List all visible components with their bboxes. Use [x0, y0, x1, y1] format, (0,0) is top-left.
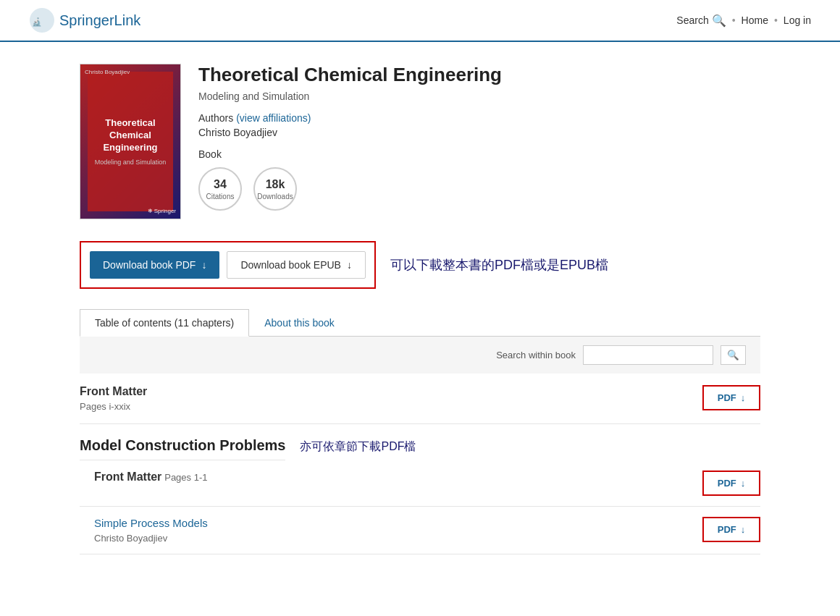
cover-subtitle: Modeling and Simulation [95, 159, 167, 166]
login-link[interactable]: Log in [784, 14, 811, 26]
front-matter-pdf-button[interactable]: PDF ↓ [702, 385, 760, 410]
download-epub-label: Download book EPUB [240, 259, 341, 271]
download-pdf-icon: ↓ [201, 259, 206, 271]
book-cover: Christo Boyadjiev TheoreticalChemicalEng… [80, 64, 181, 219]
sub-front-matter-pages: Pages 1-1 [164, 472, 207, 483]
main-content: Christo Boyadjiev TheoreticalChemicalEng… [65, 42, 775, 569]
chapter-group-header: Model Construction Problems 亦可依章節下載PDF檔 [80, 424, 760, 460]
header-nav: Search 🔍 • Home • Log in [676, 14, 811, 28]
simple-process-pdf-button[interactable]: PDF ↓ [702, 517, 760, 542]
search-within-button[interactable]: 🔍 [721, 345, 746, 365]
page-header: 🔬 SpringerLink Search 🔍 • Home • Log in [0, 0, 840, 42]
book-type: Book [198, 148, 760, 160]
logo[interactable]: 🔬 SpringerLink [29, 7, 140, 33]
search-within-bar: Search within book 🔍 [80, 337, 760, 374]
simple-process-pdf-label: PDF [718, 524, 736, 535]
sub-front-matter-pdf-button[interactable]: PDF ↓ [702, 471, 760, 496]
nav-separator: • [732, 14, 736, 26]
sub-front-matter-pdf-icon: ↓ [741, 478, 746, 489]
citations-label: Citations [206, 193, 235, 201]
download-epub-button[interactable]: Download book EPUB ↓ [227, 251, 366, 279]
toc-content: Front Matter Pages i-xxix PDF ↓ Model Co… [80, 374, 760, 569]
book-subtitle: Modeling and Simulation [198, 90, 760, 102]
book-header: Christo Boyadjiev TheoreticalChemicalEng… [80, 64, 760, 219]
simple-process-info: Simple Process Models Christo Boyadjiev [94, 517, 702, 544]
book-metrics: 34 Citations 18k Downloads [198, 167, 760, 211]
front-matter-pages: Pages i-xxix [80, 401, 702, 412]
search-label: Search [676, 14, 708, 26]
download-epub-icon: ↓ [347, 259, 352, 271]
tab-toc-chapters: (11 chapters) [175, 317, 234, 329]
front-matter-title: Front Matter [80, 385, 702, 398]
download-pdf-button[interactable]: Download book PDF ↓ [90, 251, 219, 279]
search-icon: 🔍 [712, 14, 726, 28]
book-title: Theoretical Chemical Engineering [198, 64, 760, 86]
sub-front-matter-pdf-label: PDF [718, 478, 736, 489]
simple-process-title[interactable]: Simple Process Models [94, 517, 702, 529]
downloads-metric: 18k Downloads [253, 167, 297, 211]
simple-process-models: Simple Process Models Christo Boyadjiev … [80, 507, 760, 554]
tab-about-label: About this book [264, 317, 335, 329]
front-matter-pdf-icon: ↓ [741, 392, 746, 403]
search-within-icon: 🔍 [727, 350, 739, 360]
download-border-box: Download book PDF ↓ Download book EPUB ↓ [80, 241, 376, 289]
chapter-group-note: 亦可依章節下載PDF檔 [300, 439, 416, 455]
tabs-row: Table of contents (11 chapters) About th… [80, 309, 760, 337]
chapter-group-title: Model Construction Problems [80, 424, 285, 460]
download-note: 可以下載整本書的PDF檔或是EPUB檔 [390, 256, 608, 274]
cover-springer: ❄ Springer [148, 208, 176, 214]
sub-front-matter-info: Front Matter Pages 1-1 [94, 471, 702, 484]
svg-text:🔬: 🔬 [32, 17, 42, 27]
springer-logo-icon: 🔬 [29, 7, 55, 33]
simple-process-author: Christo Boyadjiev [94, 533, 167, 544]
authors-row: Authors (view affiliations) [198, 112, 760, 124]
download-pdf-label: Download book PDF [103, 259, 196, 271]
author-name: Christo Boyadjiev [198, 127, 760, 138]
simple-process-pdf-icon: ↓ [741, 524, 746, 535]
front-matter-info: Front Matter Pages i-xxix [80, 385, 702, 412]
home-link[interactable]: Home [742, 14, 768, 26]
nav-separator2: • [774, 14, 778, 26]
search-button[interactable]: Search 🔍 [676, 14, 726, 28]
front-matter-pdf-label: PDF [718, 392, 736, 403]
citations-metric: 34 Citations [198, 167, 242, 211]
downloads-label: Downloads [257, 193, 293, 201]
view-affiliations-link[interactable]: (view affiliations) [236, 112, 311, 124]
tab-about[interactable]: About this book [249, 309, 350, 336]
authors-label: Authors [198, 112, 233, 124]
cover-title: TheoreticalChemicalEngineering [103, 117, 157, 154]
search-within-input[interactable] [583, 345, 713, 365]
citations-value: 34 [214, 178, 227, 191]
tab-toc[interactable]: Table of contents (11 chapters) [80, 309, 249, 337]
sub-front-matter: Front Matter Pages 1-1 PDF ↓ [80, 460, 760, 507]
sub-front-matter-title: Front Matter [94, 471, 161, 483]
search-within-label: Search within book [496, 350, 576, 360]
tab-toc-label: Table of contents [95, 317, 172, 329]
downloads-value: 18k [266, 178, 285, 191]
book-info: Theoretical Chemical Engineering Modelin… [198, 64, 760, 219]
logo-text: SpringerLink [59, 12, 140, 29]
front-matter-section: Front Matter Pages i-xxix PDF ↓ [80, 374, 760, 424]
download-section: Download book PDF ↓ Download book EPUB ↓… [80, 241, 760, 289]
cover-author-text: Christo Boyadjiev [85, 69, 176, 75]
